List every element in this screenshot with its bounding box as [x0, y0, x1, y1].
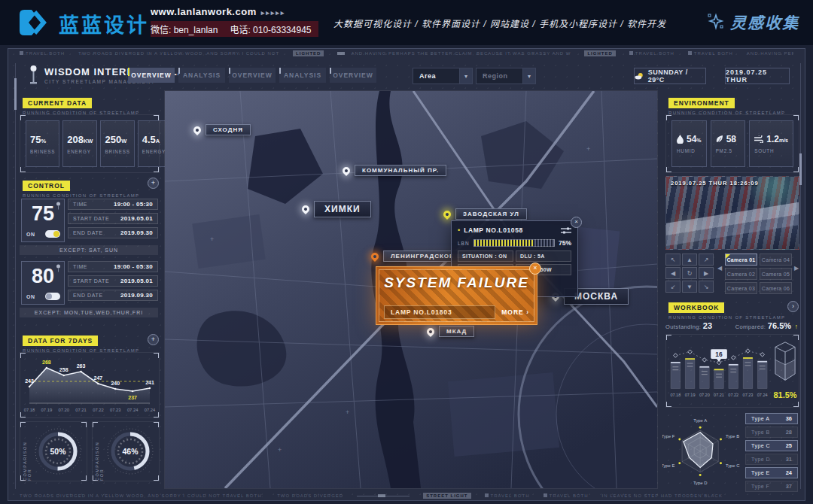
type-row-e[interactable]: Type E24: [745, 467, 798, 478]
svg-text:Type A: Type A: [693, 418, 707, 423]
sliders-icon[interactable]: [561, 227, 571, 234]
camera-timestamp: 2019.07.25 THUR 18:26:09: [671, 180, 759, 187]
map-pin-zavodskaya[interactable]: ЗАВОДСКАЯ УЛ: [443, 208, 527, 220]
pan-down-button[interactable]: ▼: [682, 281, 697, 293]
start-date-row[interactable]: START DATE2019.05.01: [68, 275, 158, 287]
close-icon[interactable]: ×: [571, 217, 582, 228]
svg-text:Type F: Type F: [662, 434, 675, 439]
environment-panel-header: ENVIRONMENT RUNNING CONDITION OF STREETL…: [668, 95, 785, 115]
brightness-level: 75: [22, 202, 64, 226]
svg-text:07.19: 07.19: [41, 408, 53, 412]
svg-text:268: 268: [42, 360, 51, 365]
svg-text:Type D: Type D: [693, 481, 708, 485]
type-row-b[interactable]: Type B28: [745, 427, 798, 438]
outstanding-value: 23: [703, 321, 712, 330]
camera-item-03[interactable]: Camera 03: [725, 282, 757, 294]
pan-up-button[interactable]: ▲: [682, 254, 697, 266]
tab-analysis-1[interactable]: ANALYSIS: [178, 68, 225, 83]
lamp-toggle-off[interactable]: [45, 293, 60, 300]
dlu-cell: DLU : 5A: [516, 250, 571, 262]
control-subtitle: RUNNING CONDITION OF STREETLAMP: [23, 193, 139, 198]
place-label[interactable]: КОММУНАЛЬНЫЙ ПР.: [355, 165, 446, 176]
gauge-ring: 46%: [105, 427, 155, 476]
place-label[interactable]: СХОДНЯ: [206, 124, 251, 135]
pan-down-right-button[interactable]: ↘: [699, 281, 714, 293]
pan-right-button[interactable]: ▶: [699, 267, 714, 279]
tab-overview-3[interactable]: OVERVIEW: [330, 68, 376, 83]
chevron-down-icon[interactable]: ▾: [522, 68, 535, 83]
contact-info: 微信: ben_lanlan电话: 010-63334945: [151, 21, 318, 37]
end-date-row[interactable]: END DATE2019.09.30: [68, 227, 158, 238]
current-data-frame: 75%BRINESS 208KWENERGY 250WBRINESS 4.5AE…: [20, 114, 160, 173]
close-icon[interactable]: ×: [529, 263, 541, 275]
map-pin-skhodnya[interactable]: СХОДНЯ: [193, 124, 251, 135]
map-pin-khimki[interactable]: ХИМКИ: [302, 201, 371, 217]
camera-item-06[interactable]: Camera 06: [760, 282, 792, 294]
pan-left-button[interactable]: ◀: [665, 267, 681, 279]
pan-up-right-button[interactable]: ↗: [699, 254, 714, 266]
workbook-summary: Outstanding: 23 Compared: 76.5% ↑: [665, 318, 798, 332]
lamp-toggle-on[interactable]: [45, 230, 60, 238]
camera-item-01[interactable]: Camera 01: [725, 254, 757, 266]
chevron-down-icon[interactable]: ▾: [459, 68, 472, 83]
left-rail: [15, 63, 16, 489]
start-date-row[interactable]: START DATE2019.05.01: [68, 213, 158, 224]
type-row-a[interactable]: Type A36: [745, 413, 798, 424]
region-select-value: Region: [477, 72, 522, 80]
control-add-button[interactable]: +: [148, 178, 159, 189]
end-date-row[interactable]: END DATE2019.09.30: [68, 290, 158, 301]
leaf-icon: [716, 135, 723, 144]
camera-list: Camera 01 Camera 04 Camera 02 Camera 05 …: [725, 254, 792, 294]
workbook-next-button[interactable]: ›: [787, 301, 799, 312]
camera-item-02[interactable]: Camera 02: [725, 268, 757, 280]
more-button[interactable]: MORE ›: [501, 308, 529, 316]
time-row[interactable]: TIME19:00 - 05:30: [68, 199, 158, 210]
svg-text:+: +: [278, 446, 282, 454]
type-row-d[interactable]: Type D31: [745, 454, 798, 465]
pan-down-left-button[interactable]: ↙: [665, 281, 681, 293]
pan-up-left-button[interactable]: ↖: [665, 254, 681, 266]
svg-text:50%: 50%: [50, 447, 66, 456]
week-expand-button[interactable]: +: [148, 334, 159, 345]
power-state-label: ON: [26, 232, 35, 237]
site-url[interactable]: www.lanlanwork.com▸▸▸▸▸: [151, 6, 318, 17]
wechat-label: 微信: ben_lanlan: [151, 25, 218, 35]
type-row-c[interactable]: Type C25: [745, 440, 798, 451]
right-rail-thumb[interactable]: [799, 153, 802, 185]
camera-item-04[interactable]: Camera 04: [760, 254, 792, 266]
svg-text:07.19: 07.19: [685, 393, 696, 397]
tab-overview-1[interactable]: OVERVIEW: [128, 68, 175, 83]
svg-text:Type E: Type E: [662, 463, 674, 468]
time-row[interactable]: TIME19:00 - 05:30: [68, 261, 158, 272]
url-arrows-icon: ▸▸▸▸▸: [261, 9, 286, 17]
place-label[interactable]: ХИМКИ: [314, 201, 371, 217]
seven-day-line-chart: 24307.1826807.1925807.2026307.2124707.22…: [20, 353, 157, 416]
inspiration-label[interactable]: 灵感收集: [730, 11, 799, 33]
services-list: 大数据可视化设计 / 软件界面设计 / 网站建设 / 手机及小程序设计 / 软件…: [333, 17, 666, 29]
svg-text:07.21: 07.21: [714, 393, 724, 397]
camera-prev-icon[interactable]: ◀: [717, 265, 722, 272]
place-label[interactable]: МКАД: [439, 326, 474, 337]
map-pin-mkad[interactable]: МКАД: [427, 326, 474, 337]
map-pin-kommunalny[interactable]: КОММУНАЛЬНЫЙ ПР.: [343, 165, 446, 176]
inspiration-link[interactable]: 灵感收集: [707, 11, 799, 33]
city-map[interactable]: +++++ СХОДНЯ КОММУНАЛЬНЫЙ ПР. ХИМКИ ЗАВО…: [164, 90, 658, 489]
lamp-group-75: 75 ON: [21, 199, 65, 242]
lamp-pin-yellow-icon: [442, 208, 452, 219]
lamp-id-title: LAMP NO.L01058: [464, 226, 557, 234]
url-text[interactable]: www.lanlanwork.com: [151, 6, 257, 17]
left-rail-thumb[interactable]: [14, 78, 17, 110]
svg-text:Type B: Type B: [726, 434, 739, 439]
area-select[interactable]: Area ▾: [413, 68, 473, 84]
refresh-button[interactable]: ↻: [682, 267, 697, 279]
tab-analysis-2[interactable]: ANALYSIS: [279, 68, 326, 83]
svg-text:07.22: 07.22: [93, 408, 104, 412]
tab-overview-2[interactable]: OVERVIEW: [229, 68, 276, 83]
camera-next-icon[interactable]: ▶: [794, 265, 799, 272]
region-select[interactable]: Region ▾: [476, 68, 536, 84]
week-panel-header: DATA FOR 7DAYS RUNNING CONDITION OF STRE…: [23, 332, 139, 353]
type-row-f[interactable]: Type F37: [745, 481, 798, 492]
camera-item-05[interactable]: Camera 05: [760, 268, 792, 280]
place-label[interactable]: ЗАВОДСКАЯ УЛ: [455, 208, 527, 220]
svg-text:258: 258: [59, 367, 69, 372]
